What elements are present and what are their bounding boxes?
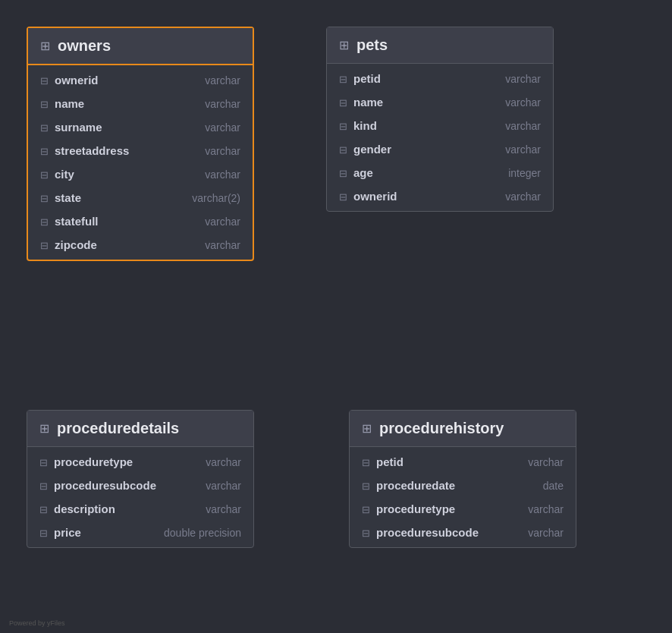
field-icon-city — [40, 168, 49, 181]
field-type-state: varchar(2) — [192, 192, 240, 204]
field-type-kind: varchar — [505, 120, 541, 132]
table-row[interactable]: pricedouble precision — [27, 521, 253, 544]
field-name-proceduretype: proceduretype — [376, 502, 522, 515]
field-type-proceduresubcode: varchar — [206, 480, 241, 492]
field-icon-gender — [339, 143, 347, 156]
field-name-zipcode: zipcode — [55, 238, 199, 251]
table-row[interactable]: proceduresubcodevarchar — [350, 521, 576, 544]
table-row[interactable]: owneridvarchar — [327, 184, 553, 208]
table-grid-icon-owners — [40, 38, 50, 54]
table-grid-icon-pets — [339, 37, 349, 53]
table-row[interactable]: gendervarchar — [327, 137, 553, 161]
table-fields-owners: owneridvarcharnamevarcharsurnamevarchars… — [28, 65, 253, 260]
field-icon-proceduresubcode — [39, 480, 48, 492]
table-row[interactable]: cityvarchar — [28, 162, 253, 186]
field-icon-description — [39, 503, 48, 515]
field-icon-statefull — [40, 216, 49, 228]
field-type-petid: varchar — [528, 456, 564, 468]
field-type-gender: varchar — [505, 143, 541, 156]
table-row[interactable]: petidvarchar — [327, 67, 553, 90]
field-type-petid: varchar — [505, 73, 541, 85]
field-name-surname: surname — [55, 121, 199, 134]
table-row[interactable]: surnamevarchar — [28, 115, 253, 139]
field-icon-petid — [362, 456, 370, 468]
field-type-name: varchar — [205, 98, 240, 110]
field-icon-name — [339, 96, 347, 109]
field-name-statefull: statefull — [55, 215, 199, 228]
table-header-pets: pets — [327, 27, 553, 64]
field-type-ownerid: varchar — [205, 74, 240, 87]
field-name-proceduresubcode: proceduresubcode — [376, 526, 522, 539]
field-icon-name — [40, 98, 49, 110]
table-row[interactable]: kindvarchar — [327, 114, 553, 137]
field-icon-petid — [339, 73, 347, 85]
diagram-canvas: ownersowneridvarcharnamevarcharsurnameva… — [0, 0, 672, 633]
table-row[interactable]: streetaddressvarchar — [28, 139, 253, 162]
table-row[interactable]: proceduretypevarchar — [350, 497, 576, 521]
table-fields-pets: petidvarcharnamevarcharkindvarchargender… — [327, 64, 553, 211]
table-row[interactable]: proceduretypevarchar — [27, 450, 253, 474]
field-name-proceduresubcode: proceduresubcode — [54, 479, 199, 492]
field-name-ownerid: ownerid — [55, 74, 199, 87]
field-icon-kind — [339, 120, 347, 132]
field-name-name: name — [55, 97, 199, 110]
table-row[interactable]: owneridvarchar — [28, 68, 253, 92]
table-fields-procedurehistory: petidvarcharproceduredatedateprocedurety… — [350, 447, 576, 547]
field-icon-state — [40, 192, 49, 204]
table-header-owners: owners — [28, 28, 253, 65]
field-icon-proceduretype — [362, 503, 370, 515]
table-card-owners[interactable]: ownersowneridvarcharnamevarcharsurnameva… — [27, 27, 254, 261]
field-name-description: description — [54, 502, 199, 515]
field-name-proceduretype: proceduretype — [54, 455, 199, 468]
field-type-proceduretype: varchar — [206, 456, 241, 468]
table-name-procedurehistory: procedurehistory — [379, 420, 504, 437]
field-type-name: varchar — [505, 96, 541, 109]
table-row[interactable]: namevarchar — [327, 90, 553, 114]
table-card-proceduredetails[interactable]: proceduredetailsproceduretypevarcharproc… — [27, 410, 254, 548]
field-type-ownerid: varchar — [505, 191, 541, 203]
table-card-procedurehistory[interactable]: procedurehistorypetidvarcharproceduredat… — [349, 410, 576, 548]
field-name-price: price — [54, 526, 158, 539]
table-row[interactable]: statevarchar(2) — [28, 186, 253, 209]
table-header-procedurehistory: procedurehistory — [350, 411, 576, 447]
field-name-streetaddress: streetaddress — [55, 144, 199, 157]
field-icon-proceduredate — [362, 480, 370, 492]
field-icon-price — [39, 527, 48, 539]
field-type-city: varchar — [205, 168, 240, 181]
footer-label: Powered by yFiles — [9, 619, 65, 627]
field-icon-streetaddress — [40, 145, 49, 157]
table-row[interactable]: proceduresubcodevarchar — [27, 474, 253, 497]
field-type-description: varchar — [206, 503, 241, 515]
field-icon-surname — [40, 121, 49, 134]
field-name-proceduredate: proceduredate — [376, 479, 537, 492]
field-name-city: city — [55, 168, 199, 181]
table-card-pets[interactable]: petspetidvarcharnamevarcharkindvarcharge… — [326, 27, 554, 212]
field-name-kind: kind — [353, 119, 499, 132]
field-type-proceduresubcode: varchar — [528, 527, 564, 539]
table-row[interactable]: proceduredatedate — [350, 474, 576, 497]
field-icon-zipcode — [40, 239, 49, 251]
field-type-statefull: varchar — [205, 216, 240, 228]
table-row[interactable]: namevarchar — [28, 92, 253, 115]
field-name-ownerid: ownerid — [353, 190, 499, 203]
field-icon-ownerid — [40, 74, 49, 87]
table-fields-proceduredetails: proceduretypevarcharproceduresubcodevarc… — [27, 447, 253, 547]
table-row[interactable]: statefullvarchar — [28, 209, 253, 233]
field-type-age: integer — [508, 167, 541, 179]
table-name-owners: owners — [58, 37, 111, 55]
field-icon-proceduresubcode — [362, 527, 370, 539]
table-row[interactable]: zipcodevarchar — [28, 233, 253, 257]
field-name-age: age — [353, 166, 502, 179]
table-row[interactable]: descriptionvarchar — [27, 497, 253, 521]
field-name-gender: gender — [353, 143, 499, 156]
field-type-streetaddress: varchar — [205, 145, 240, 157]
table-grid-icon-procedurehistory — [362, 420, 372, 436]
field-type-zipcode: varchar — [205, 239, 240, 251]
table-row[interactable]: ageinteger — [327, 161, 553, 184]
field-icon-ownerid — [339, 191, 347, 203]
table-row[interactable]: petidvarchar — [350, 450, 576, 474]
table-name-proceduredetails: proceduredetails — [57, 420, 179, 437]
field-name-petid: petid — [353, 72, 499, 85]
field-name-name: name — [353, 96, 499, 109]
table-header-proceduredetails: proceduredetails — [27, 411, 253, 447]
